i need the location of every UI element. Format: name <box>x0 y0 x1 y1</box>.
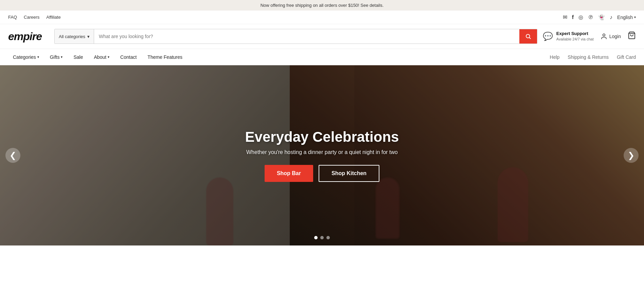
carousel-prev-button[interactable]: ❮ <box>5 148 20 163</box>
search-button[interactable] <box>519 29 537 44</box>
hero-section: ❮ Everyday Celebrations Whether you're h… <box>0 65 644 245</box>
cart-svg-icon <box>628 31 636 39</box>
support-title: Expert Support <box>556 31 594 37</box>
carousel-dot-1[interactable] <box>314 236 318 239</box>
search-bar: All categories ▾ <box>54 29 537 44</box>
nav-shipping[interactable]: Shipping & Returns <box>568 54 609 60</box>
search-category-dropdown[interactable]: All categories ▾ <box>55 29 94 44</box>
shop-kitchen-button[interactable]: Shop Kitchen <box>319 165 379 182</box>
pinterest-icon[interactable]: ℗ <box>588 14 593 20</box>
support-icon: 💬 <box>543 32 553 41</box>
about-arrow-icon: ▾ <box>108 55 109 59</box>
gifts-arrow-icon: ▾ <box>61 55 62 59</box>
support-text: Expert Support Available 24/7 via chat <box>556 31 594 41</box>
category-label: All categories <box>59 34 85 39</box>
nav-about-label: About <box>94 54 107 60</box>
facebook-icon[interactable]: f <box>572 14 574 20</box>
shop-bar-button[interactable]: Shop Bar <box>265 165 313 182</box>
carousel-dots <box>314 236 330 239</box>
header-right: 💬 Expert Support Available 24/7 via chat… <box>543 31 636 41</box>
nav-gifts[interactable]: Gifts ▾ <box>45 49 68 65</box>
language-selector[interactable]: English ▾ <box>617 15 636 20</box>
nav-help[interactable]: Help <box>550 54 560 60</box>
nav-about[interactable]: About ▾ <box>89 49 114 65</box>
login-label: Login <box>609 34 621 39</box>
support-block: 💬 Expert Support Available 24/7 via chat <box>543 31 594 41</box>
next-arrow-icon: ❯ <box>628 151 634 160</box>
instagram-icon[interactable]: ◎ <box>578 14 583 20</box>
nav-categories-label: Categories <box>13 54 36 60</box>
affiliate-link[interactable]: Affiliate <box>46 15 60 20</box>
search-input[interactable] <box>94 29 519 44</box>
svg-point-2 <box>603 34 605 36</box>
hero-buttons: Shop Bar Shop Kitchen <box>265 165 379 182</box>
header: empire All categories ▾ 💬 Expert Support… <box>0 24 644 49</box>
categories-arrow-icon: ▾ <box>37 55 39 59</box>
nav-contact-label: Contact <box>120 54 137 60</box>
nav-contact[interactable]: Contact <box>115 49 141 65</box>
support-subtitle: Available 24/7 via chat <box>556 37 594 41</box>
category-arrow-icon: ▾ <box>87 34 90 39</box>
email-icon[interactable]: ✉ <box>563 14 567 20</box>
login-button[interactable]: Login <box>601 33 621 40</box>
utility-links: FAQ Careers Affiliate <box>8 15 61 20</box>
nav-gift-card[interactable]: Gift Card <box>617 54 636 60</box>
top-banner: Now offering free shipping on all orders… <box>0 0 644 11</box>
language-label: English <box>617 15 633 20</box>
prev-arrow-icon: ❮ <box>10 151 16 160</box>
search-icon <box>525 33 531 39</box>
cart-icon[interactable] <box>628 31 636 41</box>
carousel-dot-2[interactable] <box>320 236 324 239</box>
hero-title: Everyday Celebrations <box>245 129 399 145</box>
nav-sale[interactable]: Sale <box>69 49 88 65</box>
nav-gifts-label: Gifts <box>50 54 60 60</box>
banner-text: Now offering free shipping on all orders… <box>261 3 384 8</box>
language-arrow: ▾ <box>634 15 636 19</box>
snapchat-icon[interactable]: 👻 <box>598 14 605 20</box>
nav-sale-label: Sale <box>73 54 83 60</box>
utility-right: ✉ f ◎ ℗ 👻 ♪ English ▾ <box>563 14 636 20</box>
logo[interactable]: empire <box>8 30 49 43</box>
nav-left: Categories ▾ Gifts ▾ Sale About ▾ Contac… <box>8 49 550 65</box>
hero-subtitle: Whether you're hosting a dinner party or… <box>246 149 398 155</box>
tiktok-icon[interactable]: ♪ <box>610 14 612 20</box>
hero-content: Everyday Celebrations Whether you're hos… <box>0 65 644 245</box>
utility-bar: FAQ Careers Affiliate ✉ f ◎ ℗ 👻 ♪ Englis… <box>0 11 644 24</box>
faq-link[interactable]: FAQ <box>8 15 17 20</box>
nav-categories[interactable]: Categories ▾ <box>8 49 44 65</box>
carousel-next-button[interactable]: ❯ <box>624 148 639 163</box>
carousel-dot-3[interactable] <box>326 236 330 239</box>
nav-theme-features-label: Theme Features <box>147 54 182 60</box>
nav-theme-features[interactable]: Theme Features <box>143 49 187 65</box>
main-nav: Categories ▾ Gifts ▾ Sale About ▾ Contac… <box>0 49 644 65</box>
user-icon <box>601 33 607 40</box>
svg-line-1 <box>529 37 530 38</box>
careers-link[interactable]: Careers <box>24 15 39 20</box>
nav-right: Help Shipping & Returns Gift Card <box>550 54 636 60</box>
